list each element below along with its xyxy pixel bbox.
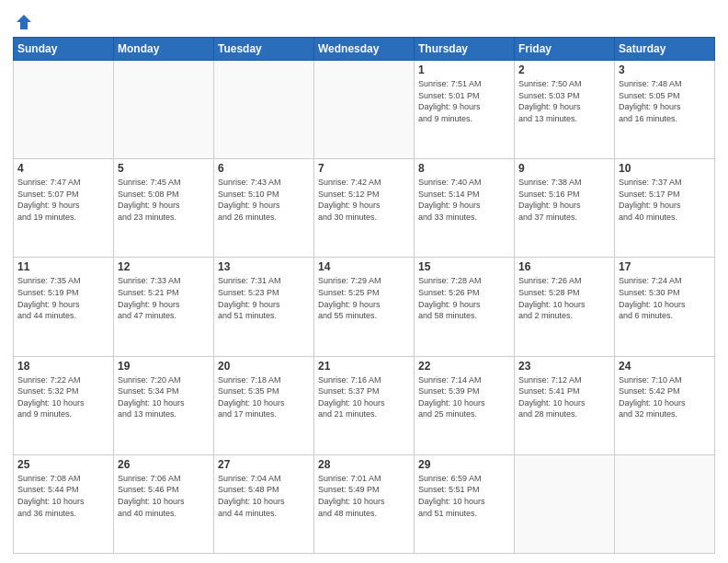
weekday-header-tuesday: Tuesday bbox=[214, 38, 314, 61]
day-info: Sunrise: 7:43 AM Sunset: 5:10 PM Dayligh… bbox=[218, 177, 310, 223]
calendar-cell: 14Sunrise: 7:29 AM Sunset: 5:25 PM Dayli… bbox=[314, 258, 415, 356]
day-number: 7 bbox=[318, 162, 410, 175]
weekday-header-wednesday: Wednesday bbox=[314, 38, 415, 61]
day-number: 10 bbox=[619, 162, 711, 175]
calendar-cell: 10Sunrise: 7:37 AM Sunset: 5:17 PM Dayli… bbox=[615, 159, 715, 258]
day-info: Sunrise: 7:12 AM Sunset: 5:41 PM Dayligh… bbox=[518, 374, 610, 420]
calendar-week-row: 4Sunrise: 7:47 AM Sunset: 5:07 PM Daylig… bbox=[14, 159, 715, 258]
calendar-cell: 12Sunrise: 7:33 AM Sunset: 5:21 PM Dayli… bbox=[114, 258, 214, 356]
day-number: 12 bbox=[118, 260, 210, 273]
calendar-cell: 27Sunrise: 7:04 AM Sunset: 5:48 PM Dayli… bbox=[214, 454, 314, 553]
day-number: 15 bbox=[418, 260, 510, 273]
day-info: Sunrise: 7:42 AM Sunset: 5:12 PM Dayligh… bbox=[318, 177, 410, 223]
day-info: Sunrise: 7:24 AM Sunset: 5:30 PM Dayligh… bbox=[619, 275, 711, 321]
day-info: Sunrise: 7:40 AM Sunset: 5:14 PM Dayligh… bbox=[418, 177, 510, 223]
calendar-cell: 19Sunrise: 7:20 AM Sunset: 5:34 PM Dayli… bbox=[114, 356, 214, 454]
logo-icon bbox=[15, 13, 33, 31]
day-number: 13 bbox=[218, 260, 310, 273]
logo-area bbox=[13, 9, 33, 31]
weekday-header-friday: Friday bbox=[515, 38, 615, 61]
weekday-header-saturday: Saturday bbox=[615, 38, 715, 61]
header bbox=[13, 9, 715, 31]
day-info: Sunrise: 7:16 AM Sunset: 5:37 PM Dayligh… bbox=[318, 374, 410, 420]
day-number: 20 bbox=[218, 360, 310, 373]
day-number: 9 bbox=[518, 162, 610, 175]
calendar-cell: 16Sunrise: 7:26 AM Sunset: 5:28 PM Dayli… bbox=[515, 258, 615, 356]
day-info: Sunrise: 7:04 AM Sunset: 5:48 PM Dayligh… bbox=[218, 473, 310, 519]
day-number: 5 bbox=[118, 162, 210, 175]
day-info: Sunrise: 7:06 AM Sunset: 5:46 PM Dayligh… bbox=[118, 473, 210, 519]
day-info: Sunrise: 7:10 AM Sunset: 5:42 PM Dayligh… bbox=[619, 374, 711, 420]
day-info: Sunrise: 6:59 AM Sunset: 5:51 PM Dayligh… bbox=[418, 473, 510, 519]
day-number: 24 bbox=[619, 360, 711, 373]
calendar-cell: 11Sunrise: 7:35 AM Sunset: 5:19 PM Dayli… bbox=[14, 258, 114, 356]
weekday-header-sunday: Sunday bbox=[14, 38, 114, 61]
day-number: 17 bbox=[619, 260, 711, 273]
day-info: Sunrise: 7:20 AM Sunset: 5:34 PM Dayligh… bbox=[118, 374, 210, 420]
day-number: 8 bbox=[418, 162, 510, 175]
day-number: 18 bbox=[17, 360, 109, 373]
calendar-cell: 21Sunrise: 7:16 AM Sunset: 5:37 PM Dayli… bbox=[314, 356, 415, 454]
calendar-cell: 3Sunrise: 7:48 AM Sunset: 5:05 PM Daylig… bbox=[615, 61, 715, 159]
calendar-cell: 25Sunrise: 7:08 AM Sunset: 5:44 PM Dayli… bbox=[14, 454, 114, 553]
calendar-cell bbox=[314, 61, 415, 159]
calendar-cell: 6Sunrise: 7:43 AM Sunset: 5:10 PM Daylig… bbox=[214, 159, 314, 258]
calendar-week-row: 11Sunrise: 7:35 AM Sunset: 5:19 PM Dayli… bbox=[14, 258, 715, 356]
day-number: 22 bbox=[418, 360, 510, 373]
calendar-week-row: 25Sunrise: 7:08 AM Sunset: 5:44 PM Dayli… bbox=[14, 454, 715, 553]
weekday-header-thursday: Thursday bbox=[415, 38, 515, 61]
logo bbox=[13, 13, 33, 31]
day-number: 21 bbox=[318, 360, 410, 373]
day-number: 4 bbox=[17, 162, 109, 175]
weekday-header-monday: Monday bbox=[114, 38, 214, 61]
day-number: 6 bbox=[218, 162, 310, 175]
weekday-header-row: SundayMondayTuesdayWednesdayThursdayFrid… bbox=[14, 38, 715, 61]
day-info: Sunrise: 7:48 AM Sunset: 5:05 PM Dayligh… bbox=[619, 78, 711, 124]
day-number: 1 bbox=[418, 63, 510, 76]
calendar-cell: 17Sunrise: 7:24 AM Sunset: 5:30 PM Dayli… bbox=[615, 258, 715, 356]
day-number: 19 bbox=[118, 360, 210, 373]
calendar-week-row: 18Sunrise: 7:22 AM Sunset: 5:32 PM Dayli… bbox=[14, 356, 715, 454]
calendar-cell: 7Sunrise: 7:42 AM Sunset: 5:12 PM Daylig… bbox=[314, 159, 415, 258]
day-number: 2 bbox=[518, 63, 610, 76]
calendar-cell: 18Sunrise: 7:22 AM Sunset: 5:32 PM Dayli… bbox=[14, 356, 114, 454]
day-info: Sunrise: 7:01 AM Sunset: 5:49 PM Dayligh… bbox=[318, 473, 410, 519]
calendar: SundayMondayTuesdayWednesdayThursdayFrid… bbox=[13, 37, 715, 554]
calendar-cell: 5Sunrise: 7:45 AM Sunset: 5:08 PM Daylig… bbox=[114, 159, 214, 258]
day-number: 26 bbox=[118, 458, 210, 471]
calendar-cell bbox=[515, 454, 615, 553]
day-number: 28 bbox=[318, 458, 410, 471]
calendar-cell: 22Sunrise: 7:14 AM Sunset: 5:39 PM Dayli… bbox=[415, 356, 515, 454]
calendar-cell bbox=[214, 61, 314, 159]
day-info: Sunrise: 7:51 AM Sunset: 5:01 PM Dayligh… bbox=[418, 78, 510, 124]
calendar-cell: 26Sunrise: 7:06 AM Sunset: 5:46 PM Dayli… bbox=[114, 454, 214, 553]
calendar-cell: 8Sunrise: 7:40 AM Sunset: 5:14 PM Daylig… bbox=[415, 159, 515, 258]
calendar-cell bbox=[615, 454, 715, 553]
calendar-week-row: 1Sunrise: 7:51 AM Sunset: 5:01 PM Daylig… bbox=[14, 61, 715, 159]
day-info: Sunrise: 7:22 AM Sunset: 5:32 PM Dayligh… bbox=[17, 374, 109, 420]
day-number: 23 bbox=[518, 360, 610, 373]
calendar-cell: 1Sunrise: 7:51 AM Sunset: 5:01 PM Daylig… bbox=[415, 61, 515, 159]
day-info: Sunrise: 7:28 AM Sunset: 5:26 PM Dayligh… bbox=[418, 275, 510, 321]
day-number: 25 bbox=[17, 458, 109, 471]
calendar-cell: 9Sunrise: 7:38 AM Sunset: 5:16 PM Daylig… bbox=[515, 159, 615, 258]
calendar-cell: 13Sunrise: 7:31 AM Sunset: 5:23 PM Dayli… bbox=[214, 258, 314, 356]
day-info: Sunrise: 7:35 AM Sunset: 5:19 PM Dayligh… bbox=[17, 275, 109, 321]
calendar-cell: 29Sunrise: 6:59 AM Sunset: 5:51 PM Dayli… bbox=[415, 454, 515, 553]
day-number: 3 bbox=[619, 63, 711, 76]
calendar-cell: 28Sunrise: 7:01 AM Sunset: 5:49 PM Dayli… bbox=[314, 454, 415, 553]
calendar-cell: 23Sunrise: 7:12 AM Sunset: 5:41 PM Dayli… bbox=[515, 356, 615, 454]
calendar-cell bbox=[14, 61, 114, 159]
day-info: Sunrise: 7:33 AM Sunset: 5:21 PM Dayligh… bbox=[118, 275, 210, 321]
calendar-cell: 15Sunrise: 7:28 AM Sunset: 5:26 PM Dayli… bbox=[415, 258, 515, 356]
calendar-cell bbox=[114, 61, 214, 159]
calendar-cell: 20Sunrise: 7:18 AM Sunset: 5:35 PM Dayli… bbox=[214, 356, 314, 454]
day-info: Sunrise: 7:37 AM Sunset: 5:17 PM Dayligh… bbox=[619, 177, 711, 223]
day-info: Sunrise: 7:26 AM Sunset: 5:28 PM Dayligh… bbox=[518, 275, 610, 321]
day-info: Sunrise: 7:08 AM Sunset: 5:44 PM Dayligh… bbox=[17, 473, 109, 519]
day-info: Sunrise: 7:50 AM Sunset: 5:03 PM Dayligh… bbox=[518, 78, 610, 124]
day-number: 29 bbox=[418, 458, 510, 471]
day-number: 11 bbox=[17, 260, 109, 273]
calendar-cell: 2Sunrise: 7:50 AM Sunset: 5:03 PM Daylig… bbox=[515, 61, 615, 159]
calendar-cell: 24Sunrise: 7:10 AM Sunset: 5:42 PM Dayli… bbox=[615, 356, 715, 454]
